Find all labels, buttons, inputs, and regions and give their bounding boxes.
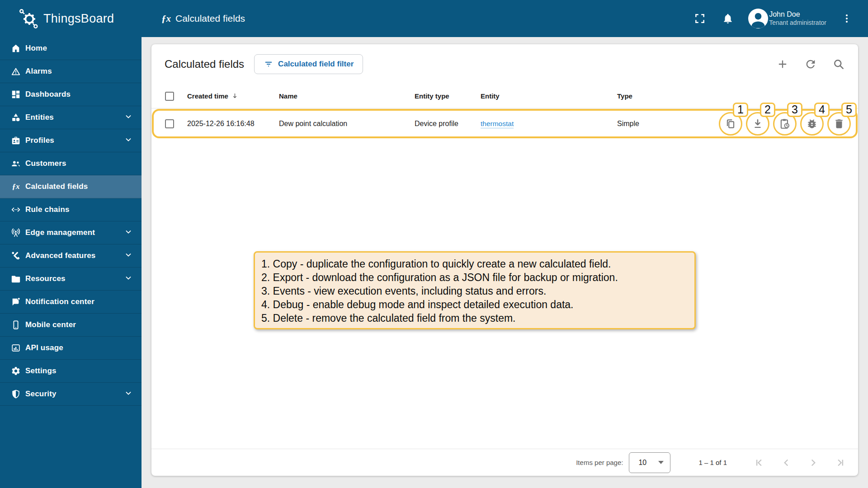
annotation-notes-box: 1. Copy - duplicate the configuration to…	[254, 251, 696, 329]
note-line-delete: 5. Delete - remove the calculated field …	[261, 311, 688, 325]
sidebar-item-dashboards[interactable]: Dashboards	[0, 83, 142, 106]
last-page-button[interactable]	[835, 457, 846, 469]
customers-people-icon	[11, 159, 21, 169]
caret-down-icon	[658, 461, 664, 464]
sidebar-item-alarms[interactable]: Alarms	[0, 60, 142, 83]
sidebar-item-mobile-center[interactable]: Mobile center	[0, 314, 142, 337]
arrow-down-icon	[231, 92, 239, 100]
cell-name: Dew point calculation	[279, 120, 415, 128]
trash-icon	[833, 118, 845, 130]
cell-entity-type: Device profile	[415, 120, 481, 128]
sidebar-item-security[interactable]: Security	[0, 383, 142, 406]
user-role: Tenant administrator	[769, 19, 826, 27]
entity-link[interactable]: thermostat	[481, 120, 514, 127]
column-header-type[interactable]: Type	[617, 92, 717, 100]
search-icon	[832, 58, 845, 70]
sidebar-item-rule-chains[interactable]: Rule chains	[0, 198, 142, 221]
refresh-button[interactable]	[804, 57, 817, 71]
gear-icon	[11, 366, 21, 376]
home-icon	[11, 43, 21, 53]
thingsboard-app: ThingsBoard ƒx Calculated fields	[0, 0, 868, 488]
sidebar-item-api-usage[interactable]: API usage	[0, 337, 142, 360]
column-header-created-time[interactable]: Created time	[187, 92, 228, 100]
bug-icon	[806, 118, 818, 130]
folder-icon	[11, 274, 21, 284]
first-page-button[interactable]	[753, 457, 765, 469]
sidebar-item-edge-management[interactable]: Edge management	[0, 221, 142, 244]
events-clipboard-clock-icon	[779, 118, 791, 130]
download-icon	[752, 118, 764, 130]
sidebar-item-entities[interactable]: Entities	[0, 106, 142, 129]
pagination-range: 1 – 1 of 1	[698, 459, 727, 466]
refresh-icon	[804, 58, 817, 70]
fullscreen-button[interactable]	[692, 11, 708, 26]
chevron-down-icon	[124, 274, 132, 284]
table-row[interactable]: 2025-12-26 16:16:48 Dew point calculatio…	[151, 108, 858, 139]
search-button[interactable]	[832, 57, 845, 71]
person-avatar-icon	[748, 9, 768, 28]
entities-category-icon	[11, 113, 21, 122]
sidebar-item-resources[interactable]: Resources	[0, 267, 142, 291]
note-line-export: 2. Export - download the configuration a…	[261, 271, 688, 284]
logo[interactable]: ThingsBoard	[0, 8, 142, 29]
filter-icon	[264, 59, 274, 69]
chevron-down-icon	[124, 113, 132, 122]
profiles-badge-icon	[11, 136, 21, 145]
sidebar-item-home[interactable]: Home	[0, 37, 142, 60]
shield-icon	[11, 389, 21, 399]
copy-icon	[725, 118, 736, 130]
add-button[interactable]	[776, 57, 789, 71]
chevron-down-icon	[124, 389, 132, 399]
advanced-tools-icon	[11, 251, 21, 261]
thingsboard-gear-logo-icon	[18, 8, 39, 29]
page-size-select[interactable]: 10	[629, 452, 670, 473]
next-page-icon	[807, 457, 819, 469]
items-per-page-label: Items per page:	[576, 459, 623, 466]
chevron-down-icon	[124, 136, 132, 145]
page-title: ƒx Calculated fields	[161, 13, 245, 24]
sidebar-nav: Home Alarms Dashboards Entities	[0, 37, 142, 488]
sidebar-item-notification-center[interactable]: Notification center	[0, 291, 142, 314]
column-header-entity[interactable]: Entity	[481, 92, 617, 100]
user-menu[interactable]: John Doe Tenant administrator	[748, 9, 826, 28]
select-all-checkbox[interactable]	[165, 92, 174, 101]
fx-icon: ƒx	[11, 182, 21, 192]
column-header-entity-type[interactable]: Entity type	[415, 92, 481, 100]
column-header-name[interactable]: Name	[279, 92, 415, 100]
bell-icon	[722, 13, 734, 24]
notification-message-icon	[11, 297, 21, 307]
fullscreen-icon	[694, 13, 706, 24]
sidebar-item-advanced-features[interactable]: Advanced features	[0, 244, 142, 267]
previous-page-button[interactable]	[780, 457, 792, 469]
main-content: Calculated fields Calculated field filte…	[142, 37, 868, 488]
sidebar-item-customers[interactable]: Customers	[0, 152, 142, 175]
more-menu-button[interactable]	[839, 11, 854, 26]
card-title: Calculated fields	[165, 58, 244, 70]
chevron-down-icon	[124, 251, 132, 261]
mobile-phone-icon	[11, 320, 21, 330]
first-page-icon	[753, 457, 765, 469]
sidebar-item-calculated-fields[interactable]: ƒx Calculated fields	[0, 175, 142, 198]
app-name: ThingsBoard	[43, 12, 114, 26]
row-checkbox[interactable]	[165, 119, 174, 128]
dashboards-icon	[11, 89, 21, 99]
prev-page-icon	[780, 457, 792, 469]
note-line-events: 3. Events - view execution events, inclu…	[261, 284, 688, 298]
next-page-button[interactable]	[807, 457, 819, 469]
api-usage-chart-icon	[11, 343, 21, 353]
sidebar-item-profiles[interactable]: Profiles	[0, 129, 142, 152]
calculated-field-filter-button[interactable]: Calculated field filter	[254, 54, 363, 74]
note-line-copy: 1. Copy - duplicate the configuration to…	[261, 257, 688, 271]
fx-icon: ƒx	[161, 13, 171, 24]
avatar	[748, 9, 768, 28]
edge-antenna-icon	[11, 228, 21, 238]
add-plus-icon	[776, 58, 789, 70]
more-vert-icon	[841, 13, 852, 24]
calculated-fields-card: Calculated fields Calculated field filte…	[151, 44, 858, 476]
table-header-row: Created time Name Entity type Entity Typ…	[151, 84, 858, 108]
sidebar-item-settings[interactable]: Settings	[0, 360, 142, 383]
note-line-debug: 4. Debug - enable debug mode and inspect…	[261, 298, 688, 311]
user-name: John Doe	[769, 10, 826, 19]
rule-chains-icon	[11, 205, 21, 215]
notifications-button[interactable]	[720, 11, 736, 26]
